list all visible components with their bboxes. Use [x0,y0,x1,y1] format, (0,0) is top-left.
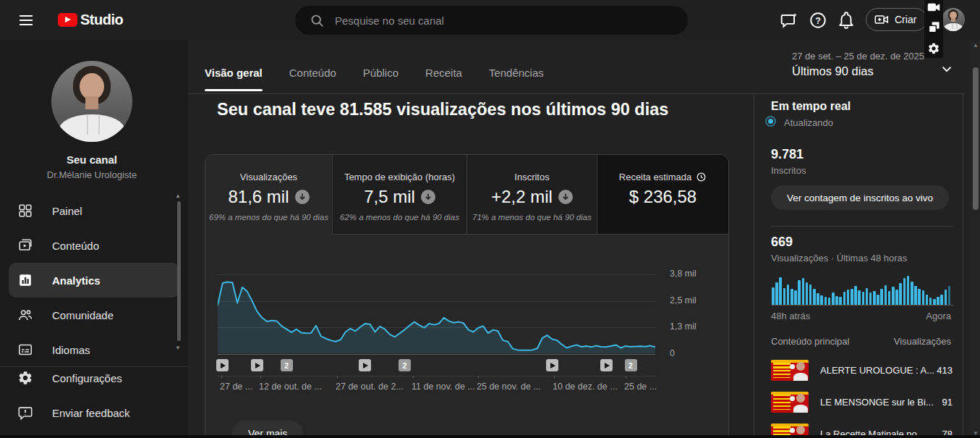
sidebar-item-enviar-feedback[interactable]: Enviar feedback [0,395,188,430]
page-scrollbar: ▲ ▼ [971,41,980,438]
create-button-label: Criar [895,14,916,25]
bottom-edge-strip [0,435,980,438]
video-thumbnail [771,392,809,413]
x-tick [260,376,261,379]
hourly-views-bar [880,289,883,305]
realtime-divider [771,226,953,227]
top-content-header: Conteúdo principal [771,336,849,347]
trend-down-icon [295,190,310,204]
tab-visao-geral[interactable]: Visão geral [205,41,263,91]
video-upload-marker[interactable] [600,359,613,371]
multi-upload-marker[interactable]: 2 [281,359,293,371]
account-avatar[interactable] [942,8,965,31]
views-48h-bar-chart [772,275,953,306]
windows-copy-icon[interactable] [928,21,940,33]
hourly-views-bar [877,295,879,305]
tab-conteudo[interactable]: Conteúdo [289,41,336,91]
hourly-views-bar [911,282,913,305]
create-button[interactable]: Criar [866,8,927,31]
sidebar-item-painel[interactable]: Painel [0,193,188,228]
live-subscriber-count-button[interactable]: Ver contagem de inscritos ao vivo [771,185,949,210]
overlay-capture-toolbar [924,0,943,58]
top-video-row[interactable]: LE MENSONGE sur le Bi... 91 [754,387,964,418]
channel-search[interactable] [295,6,688,35]
metric-receita-estimada[interactable]: Receita estimada $ 236,58 [597,155,728,235]
video-upload-marker[interactable] [251,359,263,371]
hourly-views-bar [779,277,782,305]
sidebar-scrollbar-thumb[interactable] [177,201,181,341]
video-upload-marker[interactable] [546,359,558,371]
x-tick [554,376,555,379]
hourly-views-bar [888,291,891,305]
hourly-views-bar [806,282,809,305]
hourly-views-bar [798,280,801,305]
sidebar-scroll-up-icon[interactable]: ▲ [175,193,181,199]
sidebar: Seu canal Dr.Mélanie Urologiste Painel C… [0,41,188,438]
analytics-tabs: Visão geral Conteúdo Público Receita Ten… [205,41,571,91]
hourly-views-bar [948,286,951,305]
hourly-views-bar [866,288,869,305]
metric-value: $ 236,58 [629,187,696,207]
menu-hamburger-icon[interactable] [17,12,35,29]
metric-visualizacoes[interactable]: Visualizações 81,6 mil 69% a menos do qu… [205,155,333,235]
hourly-views-bar [940,295,943,305]
camera-icon[interactable] [927,2,940,12]
sidebar-menu: Painel Conteúdo Analytics [0,193,188,367]
y-tick-label: 3,8 mil [670,269,696,279]
hourly-views-bar [825,297,827,305]
topbar: Studio ? [0,0,980,41]
hourly-views-bar [787,285,790,305]
dashboard-icon [17,203,33,219]
hourly-views-bar [892,287,895,305]
hourly-views-bar [783,288,786,305]
tab-publico[interactable]: Público [363,41,399,91]
tab-tendencias[interactable]: Tendências [489,41,544,91]
date-range-selector[interactable]: 27 de set. – 25 de dez. de 2025 Últimos … [792,51,924,78]
x-tick-label: 25 de nov. de ... [477,382,541,392]
hourly-views-bar [828,298,831,305]
sidebar-item-configuracoes[interactable]: Configurações [0,361,188,395]
page-title: Seu canal teve 81.585 visualizações nos … [217,100,668,119]
channel-avatar[interactable] [51,61,132,142]
sidebar-item-conteudo[interactable]: Conteúdo [0,228,188,263]
multi-upload-marker[interactable]: 2 [625,359,637,371]
hourly-views-bar [847,290,850,305]
video-upload-marker[interactable] [216,359,229,371]
video-upload-marker[interactable] [359,359,371,371]
hourly-views-bar [854,286,857,305]
hourly-views-bar [858,290,861,305]
subtitles-icon [17,342,33,358]
scrollbar-thumb[interactable] [973,67,979,210]
search-input[interactable] [335,14,646,27]
channel-name: Seu canal [0,153,184,166]
x-tick [626,376,626,379]
top-video-row[interactable]: ALERTE UROLOGUE : A... 413 [754,355,964,387]
multi-upload-marker[interactable]: 2 [399,359,411,371]
help-icon[interactable]: ? [809,11,827,30]
hourly-views-bar [817,293,819,305]
hourly-views-bar [820,295,823,305]
metric-tempo-exibicao[interactable]: Tempo de exibição (horas) 7,5 mil 62% a … [333,155,467,235]
feedback-bubble-icon[interactable] [780,11,798,30]
sidebar-scroll-down-icon[interactable]: ▼ [175,345,181,351]
gear-icon[interactable] [927,42,940,55]
hourly-views-bar [839,297,842,305]
sidebar-item-comunidade[interactable]: Comunidade [0,298,188,332]
scrollbar-up-icon[interactable]: ▲ [973,42,979,49]
hourly-views-bar [802,278,805,305]
views-48h-label: Visualizações · Últimas 48 horas [771,253,907,264]
date-range-label: Últimos 90 dias [792,64,924,78]
metric-delta: 62% a menos do que há 90 dias [333,213,466,222]
tab-receita[interactable]: Receita [425,41,462,91]
community-icon [17,307,33,323]
notifications-bell-icon[interactable] [837,11,856,30]
y-tick-label: 1,3 mil [670,321,696,332]
hourly-views-bar [945,290,947,305]
metric-inscritos[interactable]: Inscritos +2,2 mil 71% a menos do que há… [467,155,597,235]
chevron-down-icon[interactable] [939,61,955,77]
x-tick [221,376,222,379]
youtube-studio-logo[interactable]: Studio [58,12,123,28]
analytics-icon [17,272,33,288]
x-tick [337,376,338,379]
sidebar-item-analytics[interactable]: Analytics [9,263,179,298]
